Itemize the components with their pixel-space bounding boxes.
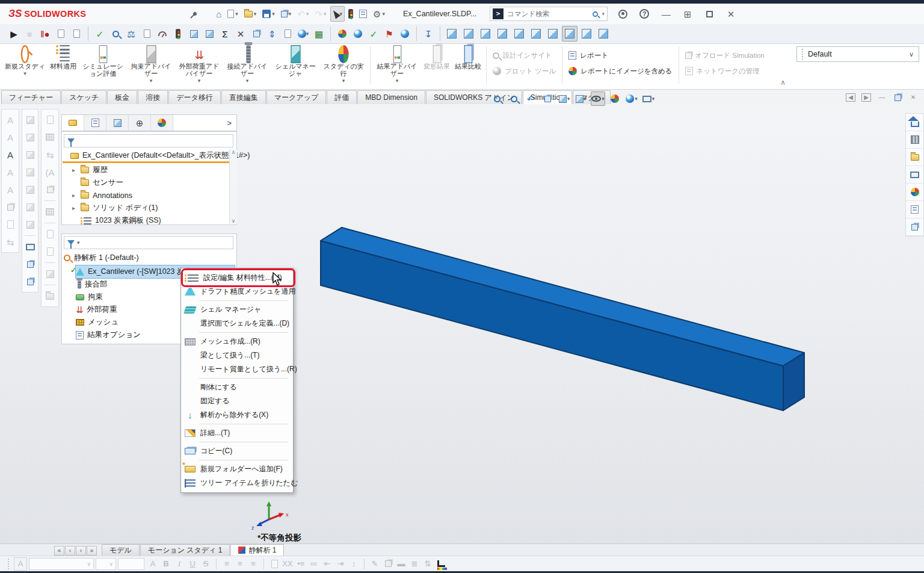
format-button[interactable]: ▬: [395, 557, 408, 571]
task-pane-button[interactable]: [906, 166, 923, 184]
ribbon-small-button[interactable]: 設計インサイト: [493, 49, 556, 62]
context-menu-item[interactable]: 新規フォルダーへ追加(F): [181, 462, 293, 476]
view-cube-button[interactable]: [562, 26, 578, 42]
menu-item[interactable]: [174, 11, 187, 16]
quick-access-button[interactable]: ▾: [346, 6, 356, 22]
tab-nav-button[interactable]: »: [87, 546, 97, 556]
ribbon-button[interactable]: 変形結果 ▾: [421, 45, 452, 87]
quick-access-button[interactable]: ▾: [225, 6, 241, 22]
toolbar-button[interactable]: ✓▾: [92, 26, 108, 42]
toolbar-button[interactable]: ⚑▾: [381, 26, 397, 42]
menu-item[interactable]: [161, 11, 174, 16]
format-button[interactable]: ≡: [220, 557, 233, 571]
context-menu-item[interactable]: 固定する: [181, 394, 293, 408]
format-button[interactable]: U: [186, 557, 199, 571]
command-tab[interactable]: 溶接: [138, 90, 168, 104]
toolbar-button[interactable]: ▾: [108, 26, 123, 42]
context-menu-item[interactable]: リモート質量として扱う...(R): [181, 362, 293, 376]
menu-item[interactable]: [108, 11, 121, 16]
format-button[interactable]: ≡: [233, 557, 247, 571]
toolbar-button[interactable]: ▾: [202, 26, 217, 42]
quick-access-button[interactable]: ↷▾: [312, 6, 328, 22]
toolbar-button[interactable]: ‖●▾: [37, 26, 53, 42]
context-menu-item[interactable]: コピー(C): [181, 444, 293, 458]
ribbon-button[interactable]: シミュレーション評価 ▾: [79, 45, 127, 87]
search-icon[interactable]: [593, 11, 598, 17]
quick-access-button[interactable]: ▾: [279, 6, 294, 22]
heads-up-button[interactable]: ▾: [574, 91, 588, 106]
view-cube-button[interactable]: [579, 26, 594, 42]
view-cube-button[interactable]: [461, 26, 476, 42]
view-cube-button[interactable]: [478, 26, 493, 42]
command-tab[interactable]: データ移行: [168, 90, 221, 104]
context-menu-item[interactable]: シェル マネージャ: [181, 303, 293, 317]
pane-control-button[interactable]: [893, 93, 902, 102]
cantilever-beam-model[interactable]: [0, 104, 924, 544]
pane-control-button[interactable]: ✕: [908, 93, 918, 102]
toolbar-button[interactable]: ⚖▾: [123, 26, 139, 42]
font-size-select[interactable]: ∨: [96, 558, 116, 570]
ribbon-button[interactable]: 新規スタディ ▾: [2, 45, 48, 87]
format-button[interactable]: S: [199, 557, 212, 571]
toolbar-button[interactable]: ▦▾: [311, 26, 327, 42]
format-button[interactable]: •≡: [294, 557, 307, 571]
ribbon-button[interactable]: 材料適用 ▾: [48, 45, 79, 87]
font-name-select[interactable]: ∨: [29, 558, 94, 570]
format-button[interactable]: ⇤: [321, 557, 334, 571]
ribbon-button[interactable]: スタディの実行 ▾: [319, 45, 368, 87]
format-button[interactable]: ✎: [368, 557, 381, 571]
ribbon-button[interactable]: シェルマネージャ ▾: [271, 45, 319, 87]
heads-up-button[interactable]: ▾: [490, 91, 504, 106]
toolbar-button[interactable]: ✕▾: [233, 26, 248, 42]
view-cube-button[interactable]: [494, 26, 510, 42]
heads-up-button[interactable]: ▾: [540, 91, 555, 106]
heads-up-button[interactable]: ▾: [507, 91, 521, 106]
menu-item[interactable]: [134, 11, 147, 16]
command-tab[interactable]: フィーチャー: [1, 90, 61, 104]
ribbon-collapse-chevron[interactable]: ∧: [780, 78, 786, 87]
ribbon-button[interactable]: 結果アドバイザー ▾: [373, 45, 421, 87]
toolbar-button[interactable]: ▾: [170, 26, 186, 42]
task-pane-button[interactable]: [906, 201, 923, 218]
command-tab[interactable]: マークアップ: [266, 90, 326, 104]
toolbar-button[interactable]: ▾: [350, 26, 366, 42]
study-tab[interactable]: モデル: [102, 544, 140, 556]
heads-up-button[interactable]: ▾: [591, 91, 605, 106]
heads-up-button[interactable]: ▾: [608, 91, 622, 106]
toolbar-button[interactable]: ▾: [280, 26, 295, 42]
format-button[interactable]: ≡: [247, 557, 260, 571]
format-button[interactable]: ⇥: [334, 557, 347, 571]
context-menu-item[interactable]: ↓ 解析から除外する(X): [181, 408, 293, 422]
task-pane-button[interactable]: [906, 114, 923, 131]
format-button[interactable]: [434, 557, 448, 571]
menu-item[interactable]: [147, 11, 161, 16]
view-cube-button[interactable]: [596, 26, 611, 42]
toolbar-button[interactable]: ↧▾: [420, 26, 436, 42]
format-button[interactable]: ⇅: [421, 557, 434, 571]
tab-nav-button[interactable]: ›: [76, 546, 86, 556]
tab-nav-button[interactable]: «: [54, 546, 64, 556]
viewport-canvas[interactable]: x z *不等角投影 AAAAA⇆ ⇆(A: [0, 104, 924, 544]
view-cube-button[interactable]: [511, 26, 527, 42]
window-control-button[interactable]: ⊞: [681, 7, 694, 20]
pin-menu-icon[interactable]: [192, 11, 197, 16]
quick-access-button[interactable]: ▾: [260, 6, 277, 22]
study-tab[interactable]: モーション スタディ 1: [140, 544, 230, 556]
note-style-icon[interactable]: A: [14, 557, 27, 571]
quick-access-button[interactable]: ▾: [330, 6, 345, 22]
context-menu-item[interactable]: ツリー アイテムを折りたたむ: [181, 476, 293, 490]
ribbon-small-button[interactable]: レポート: [568, 49, 672, 62]
context-menu-item[interactable]: メッシュ作成...(R): [181, 335, 293, 348]
heads-up-button[interactable]: ▾: [641, 91, 656, 106]
toolbar-button[interactable]: ▾: [295, 26, 311, 42]
quick-access-button[interactable]: ▾: [357, 6, 369, 22]
toolbar-button[interactable]: ✓▾: [366, 26, 381, 42]
window-control-button[interactable]: ✕: [724, 7, 738, 20]
format-button[interactable]: [268, 557, 281, 571]
format-button[interactable]: [381, 557, 395, 571]
window-control-button[interactable]: —: [659, 7, 673, 20]
toolbar-button[interactable]: Σ▾: [217, 26, 233, 42]
pane-control-button[interactable]: ◀: [846, 93, 855, 102]
ribbon-small-button[interactable]: ネットワークの管理: [685, 64, 765, 78]
configuration-selector[interactable]: Default ∨: [796, 46, 919, 62]
